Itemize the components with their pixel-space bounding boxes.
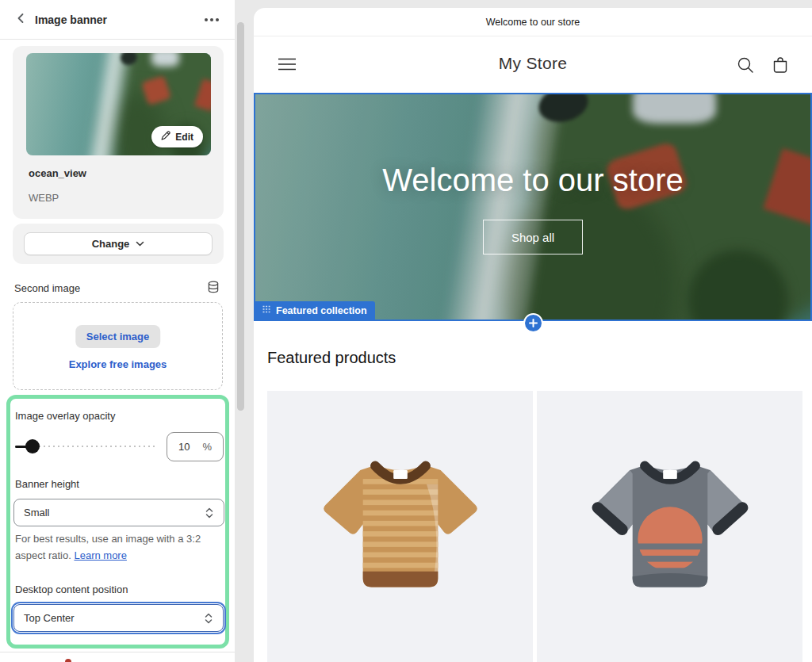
content-position-value: Top Center bbox=[24, 612, 75, 624]
block-title: Image banner bbox=[35, 13, 107, 26]
error-dot-icon bbox=[65, 659, 71, 662]
store-preview-panel: Welcome to our store My Store Welcome to… bbox=[254, 8, 812, 662]
edit-image-button[interactable]: Edit bbox=[151, 126, 203, 147]
search-icon[interactable] bbox=[736, 55, 755, 78]
aspect-ratio-hint: For best results, use an image with a 3:… bbox=[15, 531, 220, 564]
sidebar-divider bbox=[0, 652, 235, 652]
image-setting-card: Edit ocean_view WEBP bbox=[13, 46, 224, 219]
featured-collection-badge[interactable]: Featured collection bbox=[255, 301, 375, 320]
second-image-label: Second image bbox=[14, 282, 80, 294]
overlay-opacity-label: Image overlay opacity bbox=[15, 410, 115, 422]
store-header: My Store bbox=[254, 36, 812, 93]
tan-striped-tshirt-image bbox=[313, 430, 488, 613]
overlay-opacity-slider[interactable] bbox=[15, 438, 156, 454]
image-filename: ocean_view bbox=[29, 167, 86, 179]
cart-bag-icon[interactable] bbox=[771, 55, 790, 78]
image-banner-section[interactable]: Welcome to our store Shop all Featured c… bbox=[254, 93, 812, 321]
overlay-opacity-value: 10 bbox=[178, 441, 190, 453]
chevron-left-icon bbox=[15, 13, 26, 27]
banner-height-select[interactable]: Small bbox=[13, 499, 224, 526]
image-thumbnail[interactable]: Edit bbox=[26, 53, 211, 155]
hero-background-image bbox=[255, 94, 810, 320]
slider-thumb[interactable] bbox=[25, 439, 40, 453]
sidebar-scrollbar[interactable] bbox=[237, 22, 244, 411]
banner-height-label: Banner height bbox=[15, 478, 79, 490]
hero-heading: Welcome to our store bbox=[255, 163, 810, 198]
updown-chevrons-icon bbox=[204, 612, 213, 625]
highlighted-settings-group: Image overlay opacity 10 % Banner height… bbox=[6, 395, 229, 649]
sidebar-header: Image banner bbox=[0, 0, 235, 40]
change-image-button[interactable]: Change bbox=[24, 232, 213, 255]
shop-all-button[interactable]: Shop all bbox=[483, 220, 583, 254]
select-image-button[interactable]: Select image bbox=[75, 325, 161, 348]
change-image-card: Change bbox=[13, 224, 224, 264]
pencil-icon bbox=[161, 131, 170, 143]
product-card[interactable] bbox=[537, 391, 802, 662]
updown-chevrons-icon bbox=[205, 507, 214, 519]
overlay-opacity-unit: % bbox=[202, 441, 212, 453]
overflow-menu-button[interactable] bbox=[200, 13, 224, 26]
add-section-button[interactable] bbox=[523, 313, 543, 333]
store-name[interactable]: My Store bbox=[254, 54, 812, 73]
change-label: Change bbox=[92, 238, 130, 250]
back-button[interactable] bbox=[11, 10, 30, 29]
edit-label: Edit bbox=[175, 132, 193, 143]
database-icon[interactable] bbox=[206, 280, 220, 297]
content-position-focus-ring: Top Center bbox=[11, 602, 226, 634]
chevron-down-icon bbox=[136, 238, 144, 250]
overlay-opacity-input[interactable]: 10 % bbox=[167, 432, 224, 461]
content-position-label: Desktop content position bbox=[15, 584, 128, 595]
banner-height-value: Small bbox=[24, 507, 50, 519]
featured-products-heading: Featured products bbox=[267, 349, 396, 367]
plus-icon bbox=[529, 316, 538, 331]
explore-free-images-link[interactable]: Explore free images bbox=[69, 358, 167, 370]
image-filetype: WEBP bbox=[29, 192, 59, 204]
product-card[interactable] bbox=[267, 391, 533, 662]
second-image-dropzone: Select image Explore free images bbox=[13, 302, 223, 390]
gray-sunset-tshirt-image bbox=[583, 430, 757, 613]
announcement-bar[interactable]: Welcome to our store bbox=[254, 8, 812, 36]
ellipsis-icon bbox=[205, 18, 208, 21]
badge-label: Featured collection bbox=[276, 305, 367, 316]
section-lines-icon bbox=[262, 304, 271, 316]
content-position-select[interactable]: Top Center bbox=[13, 604, 224, 632]
settings-sidebar: Image banner Edit ocean_view WEBP Change bbox=[0, 0, 235, 662]
learn-more-link[interactable]: Learn more bbox=[74, 549, 126, 561]
